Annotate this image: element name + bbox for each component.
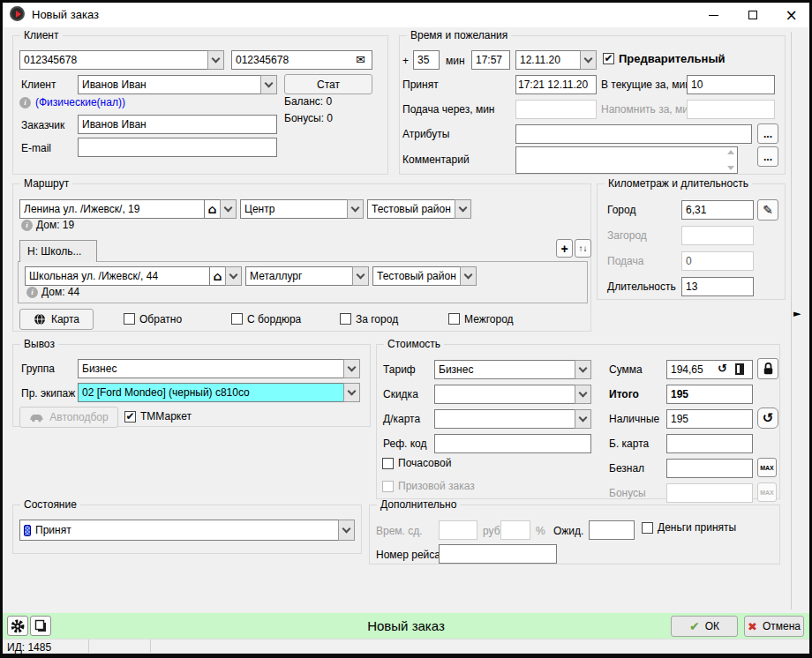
return-checkbox[interactable] (124, 313, 135, 325)
group-input[interactable] (78, 359, 344, 378)
prize-checkbox[interactable] (382, 481, 394, 492)
preliminary-checkbox[interactable]: ✔ (603, 53, 614, 64)
date-input[interactable] (515, 50, 581, 70)
phone2-input[interactable] (231, 50, 372, 70)
stat-button[interactable]: Стат (284, 74, 372, 94)
from-address-combo[interactable]: ⌂ (19, 199, 237, 219)
remind-input[interactable] (687, 100, 775, 119)
email-input[interactable] (78, 138, 277, 157)
to-district-dropdown-button[interactable] (460, 266, 477, 286)
group-combo[interactable] (78, 359, 360, 378)
from-address-input[interactable] (19, 199, 205, 219)
from-district-dropdown-button[interactable] (455, 199, 471, 219)
maximize-button[interactable] (733, 3, 772, 27)
comment-scrollbar[interactable] (725, 147, 737, 173)
edit-km-button[interactable]: ✎ (757, 199, 778, 221)
settings-button[interactable] (7, 616, 28, 636)
shift-percent-input[interactable] (500, 520, 530, 540)
add-stop-button[interactable]: + (556, 239, 573, 258)
tariff-dropdown-button[interactable] (575, 360, 591, 379)
lock-sum-button[interactable] (757, 358, 778, 379)
city-km-input[interactable] (681, 200, 754, 220)
customer-input[interactable] (78, 115, 277, 134)
stop-tab[interactable]: Н: Школь... (19, 240, 97, 262)
to-address-input[interactable] (25, 266, 210, 286)
attributes-more-button[interactable]: ... (757, 123, 778, 144)
flight-input[interactable] (439, 544, 557, 564)
from-zone-input[interactable] (240, 199, 348, 219)
shift-rub-input[interactable] (439, 520, 477, 540)
client-name-input[interactable] (78, 75, 261, 94)
cashless-input[interactable] (666, 459, 753, 478)
side-splitter[interactable] (791, 32, 792, 609)
hourly-checkbox[interactable] (382, 458, 394, 469)
discount-combo[interactable] (434, 385, 591, 404)
feed-after-input[interactable] (515, 100, 597, 119)
intercity-checkbox[interactable] (448, 313, 460, 325)
discount-dropdown-button[interactable] (575, 385, 591, 404)
to-zone-combo[interactable] (245, 266, 369, 286)
phone-dropdown-button[interactable] (207, 50, 224, 70)
feed-km-input[interactable] (681, 251, 754, 271)
minimize-button[interactable] (694, 3, 733, 27)
home-icon-button[interactable]: ⌂ (209, 266, 226, 286)
cashless-max-button[interactable]: MAX (757, 458, 777, 477)
duration-input[interactable] (681, 277, 754, 296)
client-category-link[interactable]: (Физические(нал)) (35, 96, 125, 108)
time-input[interactable] (471, 50, 510, 70)
discount-input[interactable] (434, 385, 575, 404)
to-zone-input[interactable] (245, 266, 353, 286)
map-button[interactable]: Карта (19, 309, 94, 330)
from-zone-combo[interactable] (240, 199, 364, 219)
accepted-input[interactable] (515, 75, 597, 94)
to-zone-dropdown-button[interactable] (352, 266, 369, 286)
sum-refresh-icon[interactable]: ↺ (718, 362, 727, 375)
bankcard-input[interactable] (666, 434, 753, 453)
cancel-order-button[interactable]: ✖ Отмена (744, 616, 804, 637)
crew-dropdown-button[interactable] (343, 383, 360, 402)
curb-checkbox[interactable] (231, 313, 243, 325)
bonus-pay-input[interactable] (666, 483, 753, 503)
state-combo[interactable]: Принят (19, 520, 355, 541)
dcard-combo[interactable] (434, 409, 591, 429)
tariff-input[interactable] (434, 360, 575, 379)
out-of-town-checkbox[interactable] (340, 313, 351, 325)
from-district-combo[interactable] (367, 199, 471, 219)
comment-textarea[interactable] (515, 146, 738, 174)
tmmarket-checkbox[interactable]: ✔ (124, 411, 136, 422)
refcode-input[interactable] (434, 434, 591, 453)
total-input[interactable] (666, 385, 753, 404)
to-address-dropdown-button[interactable] (225, 266, 242, 286)
wait-input[interactable] (589, 520, 635, 540)
from-address-dropdown-button[interactable] (220, 199, 237, 219)
suburb-km-input[interactable] (681, 226, 754, 245)
to-district-input[interactable] (372, 266, 461, 286)
offset-min-input[interactable] (413, 50, 440, 70)
to-district-combo[interactable] (372, 266, 477, 286)
scroll-down-icon[interactable] (727, 166, 734, 170)
date-dropdown-button[interactable] (580, 50, 597, 70)
date-combo[interactable] (515, 50, 597, 70)
bonus-max-button[interactable]: MAX (757, 482, 777, 502)
home-icon-button[interactable]: ⌂ (204, 199, 221, 219)
to-address-combo[interactable]: ⌂ (25, 266, 242, 286)
envelope-icon[interactable]: ✉ (356, 53, 365, 66)
from-district-input[interactable] (367, 199, 455, 219)
client-name-dropdown-button[interactable] (260, 75, 277, 94)
phone-input[interactable] (19, 50, 208, 70)
swap-stops-button[interactable]: ↑↓ (575, 239, 591, 258)
copy-order-button[interactable] (30, 616, 51, 636)
ok-button[interactable]: ✔ ОК (671, 616, 738, 637)
client-name-combo[interactable] (78, 75, 277, 94)
crew-combo[interactable] (78, 383, 360, 402)
money-accepted-checkbox[interactable] (642, 522, 653, 534)
comment-more-button[interactable]: ... (757, 146, 778, 167)
group-dropdown-button[interactable] (343, 359, 360, 378)
cash-input[interactable] (666, 409, 753, 429)
attributes-input[interactable] (515, 124, 752, 144)
cash-refresh-button[interactable]: ↺ (757, 408, 778, 429)
dcard-input[interactable] (434, 409, 575, 429)
close-button[interactable]: × (773, 3, 809, 27)
expand-panel-arrow-icon[interactable]: ► (793, 308, 801, 319)
autoselect-button[interactable]: Автоподбор (19, 407, 118, 428)
